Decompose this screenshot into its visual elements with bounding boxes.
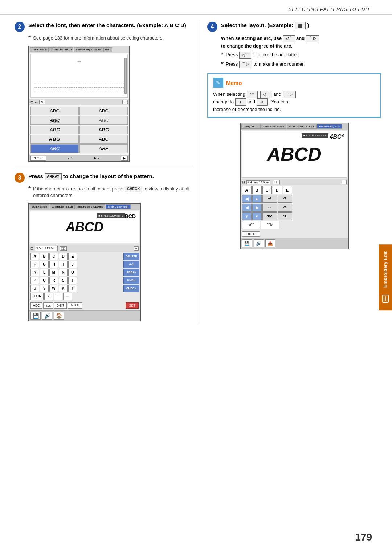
memo-icon2[interactable]: ◁⌒ [260,91,272,98]
memo-icon1[interactable]: ᴬᴮˢ [247,91,258,98]
kb-key-L[interactable]: L [40,269,49,276]
memo-title: Memo [226,80,242,86]
rs-arc-right[interactable]: ⌒▷ [261,221,279,229]
canvas-info: ■ 5.7L FABUART-Y [97,213,125,218]
kb-key-apos[interactable]: ' [54,293,62,300]
kb-key-T[interactable]: T [68,277,77,284]
rs-key-D[interactable]: D [273,186,282,194]
font-cell-1[interactable]: ABC [30,107,79,115]
memo-icon5[interactable]: ≤ [257,98,268,106]
kb-delete-btn[interactable]: DELETE [123,253,139,260]
kb-key-S[interactable]: S [59,277,68,284]
kb-key-E[interactable]: E [68,253,77,260]
scroll-btn[interactable]: ▶ [121,156,128,161]
rs-key-B[interactable]: B [252,186,262,194]
rs-nav-left2[interactable]: ◀ [242,204,252,212]
layout-icon[interactable]: ⬛ [295,22,306,29]
rs-func-4[interactable]: ᴬᴬ [278,204,292,212]
array-key[interactable]: ARRAY [45,173,62,180]
font-cell-4[interactable]: ABC [79,116,128,125]
font-cell-3[interactable]: ABC [30,116,79,125]
rs-func-1[interactable]: ᴬᴮ [262,195,277,203]
kb-home-icon[interactable]: 🏠 [54,312,64,320]
size-icon2: + [122,100,128,104]
kb-a1-btn[interactable]: A-1 [123,261,139,268]
rs-arc-row: ◁⌒ ⌒▷ [242,221,347,229]
kb-key-I[interactable]: I [59,261,68,268]
font-cell-7[interactable]: ABG [30,135,79,144]
kb-key-C[interactable]: C [49,253,58,260]
rs-picof-btn[interactable]: PICOF [242,231,260,237]
memo-line3: increase or decrease the incline. [213,106,375,114]
check-key[interactable]: CHECK [125,186,142,192]
arc-right-icon[interactable]: ⌒▷ [306,35,319,42]
kb-key-F[interactable]: F [30,261,39,268]
rs-nav-right[interactable]: ▶ [252,204,262,212]
kb-key-J[interactable]: J [68,261,77,268]
font-cell-8[interactable]: ABC [79,135,128,144]
kb-key-V[interactable]: V [40,285,49,292]
rs-save-icon[interactable]: 💾 [242,239,252,247]
rs-key-C[interactable]: C [262,186,272,194]
font-cell-2[interactable]: ABC [79,107,128,115]
kb-key-R[interactable]: R [49,277,58,284]
kb-key-B[interactable]: B [40,253,49,260]
kb-key-D[interactable]: D [59,253,68,260]
rs-func-6[interactable]: ᴬ? [278,212,292,220]
flat-arc-icon[interactable]: ◁⌒ [239,52,251,59]
memo-icon3[interactable]: ⌒▷ [283,91,296,98]
close-btn[interactable]: CLOSE [30,156,46,161]
kb-full-btn[interactable]: ＡＢＣ [68,302,82,309]
kb-key-A[interactable]: A [30,253,39,260]
rs-tb-3: Embroidery Options [287,124,317,129]
kb-row-2: F G H I J [30,261,121,268]
kb-key-Q[interactable]: Q [40,277,49,284]
rs-export-icon[interactable]: 📤 [265,239,275,247]
rs-sound-icon[interactable]: 🔊 [254,239,264,247]
memo-line1: When selecting ᴬᴮˢ, ◁⌒ and ⌒▷ [213,91,375,98]
rs-nav-down1[interactable]: ▼ [242,212,252,220]
rs-key-A[interactable]: A [242,186,252,194]
kb-check-btn[interactable]: CHECK [123,285,139,292]
kb-key-O[interactable]: O [68,269,77,276]
rs-nav-up[interactable]: ▲ [252,195,262,203]
step4-body: When selecting an arc, use ◁⌒ and ⌒▷ to … [221,35,381,68]
kb-key-dash[interactable]: – [63,293,72,300]
kb-sound-icon[interactable]: 🔊 [42,312,52,320]
kb-key-U[interactable]: U [30,285,39,292]
rs-func-5[interactable]: ᴬBC [262,212,277,220]
kb-save-icon[interactable]: 💾 [30,312,41,320]
kb-key-M[interactable]: M [49,269,58,276]
font-cell-9[interactable]: ABC [30,144,79,153]
kb-key-G[interactable]: G [40,261,49,268]
memo-icon4[interactable]: ≥ [235,98,246,106]
kb-key-N[interactable]: N [59,269,68,276]
rs-key-E[interactable]: E [283,186,292,194]
kb-abc-btn[interactable]: ABC [30,302,42,309]
kb-set-btn[interactable]: SET [126,302,139,309]
kb-key-Y[interactable]: Y [68,285,77,292]
kb-key-K[interactable]: K [30,269,39,276]
font-cell-10[interactable]: ABE [79,144,128,153]
kb-undu-btn[interactable]: UNDU [123,277,139,284]
arc-left-icon[interactable]: ◁⌒ [283,35,295,42]
rs-func-2[interactable]: ᴬᴮ [278,195,292,203]
kb-key-Z[interactable]: Z [44,293,53,300]
kb-key-W[interactable]: W [49,285,58,292]
kb-array-btn[interactable]: ARRAY [123,269,139,276]
step2-bottom-bar: CLOSE F. 1 F. 2 ▶ [29,155,129,161]
rs-nav-down2[interactable]: ▼ [252,212,262,220]
rs-arc-left[interactable]: ◁⌒ [242,221,260,229]
kb-key-P[interactable]: P [30,277,39,284]
round-arc-icon[interactable]: ⌒▷ [239,61,252,68]
rs-nav-left[interactable]: ◀ [242,195,252,203]
kb-key-CUR[interactable]: C.UR [30,293,44,300]
kb-09-btn[interactable]: 0-9!? [54,302,67,309]
rs-func-3[interactable]: ≡≡ [262,204,277,212]
kb-abc-lower-btn[interactable]: abc [43,302,54,309]
font-cell-5[interactable]: ABC [30,126,79,134]
kb-key-H[interactable]: H [49,261,58,268]
kb-toolbar: Utility Stitch Character Stitch Embroide… [29,204,140,210]
kb-key-X[interactable]: X [59,285,68,292]
font-cell-6[interactable]: ABC [79,126,128,134]
